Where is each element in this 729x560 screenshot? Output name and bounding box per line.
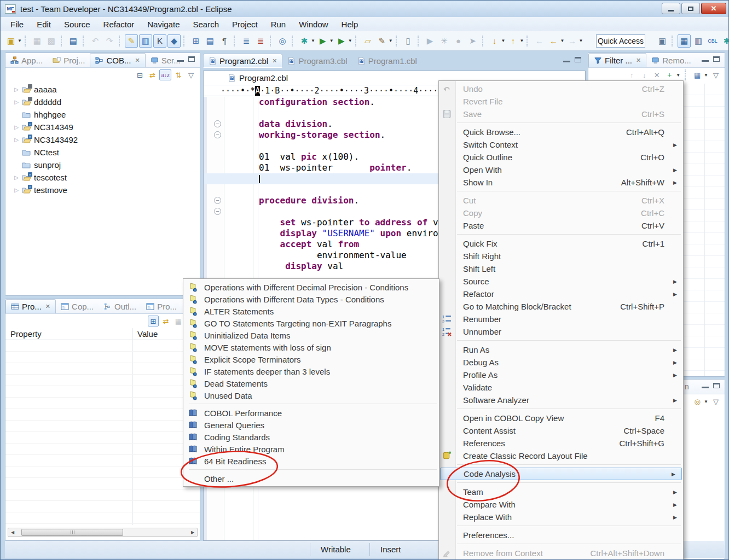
submenu-item-within-entire-program[interactable]: Within Entire Program (183, 443, 439, 455)
scroll-right-icon[interactable]: ▶ (188, 528, 197, 536)
move-down-icon[interactable]: ↓ (639, 69, 650, 80)
back-icon[interactable]: ← (547, 34, 560, 48)
editor-tab-program1-cbl[interactable]: Program1.cbl (352, 54, 422, 68)
menu-item-run-as[interactable]: Run As▶ (439, 343, 683, 356)
save-all-icon[interactable]: ▩ (45, 34, 58, 48)
dropdown-arrow-icon[interactable]: ▼ (560, 38, 564, 43)
external-tools-icon[interactable]: ✱ (298, 34, 311, 48)
menu-item-refactor[interactable]: Refactor▶ (439, 288, 683, 300)
stop-icon[interactable]: ● (452, 34, 465, 48)
property-row[interactable] (5, 398, 200, 409)
close-button[interactable]: ✕ (701, 3, 726, 14)
explorer-tab-cob[interactable]: COB...✕ (90, 53, 145, 67)
dropdown-arrow-icon[interactable]: ▼ (520, 38, 524, 43)
nav-updown-icon[interactable]: ⇅ (173, 69, 184, 80)
menubar-item-project[interactable]: Project (225, 19, 264, 30)
mark-occurrences-icon[interactable]: K (153, 34, 166, 48)
menu-item-replace-with[interactable]: Replace With▶ (439, 511, 683, 523)
property-row[interactable] (5, 478, 200, 489)
expand-arrow-icon[interactable]: ▷ (13, 99, 20, 105)
sort-az-icon[interactable]: a↓z (159, 69, 171, 80)
menubar-item-source[interactable]: Source (57, 19, 97, 30)
scroll-left-icon[interactable]: ◀ (8, 528, 17, 536)
menu-item-preferences[interactable]: Preferences... (439, 529, 683, 541)
sort-properties-icon[interactable]: ⇄ (160, 316, 171, 326)
submenu-item-general-queries[interactable]: General Queries (183, 419, 439, 431)
run-last-icon[interactable]: ▶ (424, 34, 437, 48)
property-row[interactable] (5, 432, 200, 444)
submenu-item-unused-data[interactable]: Unused Data (183, 389, 439, 401)
copybook-expand-icon[interactable]: ⊞ (189, 34, 202, 48)
quick-access-box[interactable]: Quick Access (596, 34, 645, 48)
cobol-perspective-icon[interactable]: CBL (706, 34, 719, 48)
tree-item-sunproj[interactable]: sunproj (5, 159, 200, 171)
explorer-tab-app[interactable]: App... (5, 53, 48, 67)
property-column-header[interactable]: Property (10, 329, 42, 339)
undo-icon[interactable]: ↶ (89, 34, 102, 48)
show-columns-icon[interactable]: ▥ (139, 34, 152, 48)
maximize-view-icon[interactable] (713, 383, 720, 388)
push-down-icon[interactable]: ↓ (488, 34, 501, 48)
tree-item-testmove[interactable]: ▷ntestmove (5, 184, 200, 196)
menubar-item-refactor[interactable]: Refactor (97, 19, 141, 30)
pointer-icon[interactable]: ➤ (466, 34, 479, 48)
editor-tab-program2-cbl[interactable]: Program2.cbl✕ (203, 54, 282, 68)
dropdown-arrow-icon[interactable]: ▼ (311, 38, 315, 43)
view-menu-icon[interactable]: ▽ (186, 69, 196, 80)
step-tools-icon[interactable]: ✳ (438, 34, 451, 48)
menu-item-quick-outline[interactable]: Quick OutlineCtrl+O (439, 151, 683, 164)
dropdown-arrow-icon[interactable]: ▼ (704, 73, 708, 78)
menubar-item-help[interactable]: Help (335, 19, 365, 30)
tree-item-nc314349[interactable]: ▷nNC314349 (5, 121, 200, 133)
close-tab-icon[interactable]: ✕ (135, 57, 140, 64)
close-tab-icon[interactable]: ✕ (636, 57, 641, 64)
submenu-item-operations-with-different-decimal-precision-conditions[interactable]: Operations with Different Decimal Precis… (183, 281, 439, 293)
run-coverage-icon[interactable]: ▶ (335, 34, 348, 48)
expand-arrow-icon[interactable]: ▷ (13, 187, 20, 193)
maximize-view-icon[interactable] (713, 56, 720, 62)
close-tab-icon[interactable]: ✕ (45, 303, 50, 310)
copybook-view-icon[interactable]: ▤ (204, 34, 217, 48)
tree-item-dddddd[interactable]: ▷dddddd (5, 96, 200, 108)
properties-tab-outl[interactable]: Outl... (99, 299, 141, 313)
property-row[interactable] (5, 409, 200, 421)
marker-icon[interactable]: ✎ (125, 34, 138, 48)
tree-item-nc3143492[interactable]: ▷nNC3143492 (5, 133, 200, 146)
view-menu-icon[interactable]: ▽ (710, 69, 721, 80)
tree-item-hhghgee[interactable]: hhghgee (5, 108, 200, 121)
menu-item-compare-with[interactable]: Compare With▶ (439, 498, 683, 511)
redo-icon[interactable]: ↷ (103, 34, 116, 48)
open-console-icon[interactable]: ▤ (67, 34, 80, 48)
horizontal-scrollbar[interactable]: ◀ ▶ (8, 528, 198, 537)
profile-card-icon[interactable]: ▯ (402, 34, 415, 48)
unnumber-icon[interactable]: ≣ (254, 34, 267, 48)
submenu-item-other[interactable]: Other ... (183, 472, 439, 485)
submenu-item-uninitialized-data-items[interactable]: Uninitialized Data Items (183, 329, 439, 341)
maximize-editor-icon[interactable] (575, 57, 581, 62)
renumber-icon[interactable]: ≣ (240, 34, 253, 48)
menu-item-open-in-cobol-copy-view[interactable]: Open in COBOL Copy ViewF4 (439, 412, 683, 424)
dropdown-arrow-icon[interactable]: ▼ (704, 399, 708, 404)
menu-item-profile-as[interactable]: Profile As▶ (439, 369, 683, 381)
back-disabled-icon[interactable]: ← (533, 34, 546, 48)
submenu-item-go-to-statements-targeting-non-exit-paragraphs[interactable]: GO TO Statements Targeting non-EXIT Para… (183, 317, 439, 329)
property-row[interactable] (5, 352, 200, 363)
show-whitespace-icon[interactable]: ¶ (218, 34, 231, 48)
submenu-item-cobol-performance[interactable]: COBOL Performance (183, 407, 439, 419)
submenu-item-64-bit-readiness[interactable]: 64 Bit Readiness (183, 455, 439, 467)
cobol-popup-icon[interactable]: ◆ (167, 34, 181, 48)
run-icon[interactable]: ▶ (316, 34, 329, 48)
minimize-editor-icon[interactable] (563, 61, 570, 62)
property-row[interactable] (5, 455, 200, 466)
submenu-item-dead-statements[interactable]: Dead Statements (183, 377, 439, 389)
menubar-item-navigate[interactable]: Navigate (141, 19, 186, 30)
minimize-view-icon[interactable] (702, 387, 709, 388)
filter-tab-remo[interactable]: Remo... (646, 53, 696, 67)
menu-item-debug-as[interactable]: Debug As▶ (439, 356, 683, 369)
menu-item-show-in[interactable]: Show InAlt+Shift+W▶ (439, 176, 683, 189)
tree-mode-icon[interactable]: ⊞ (148, 316, 159, 326)
menu-item-paste[interactable]: PasteCtrl+V (439, 219, 683, 232)
push-up-icon[interactable]: ↑ (507, 34, 520, 48)
search-preview-icon[interactable]: ◎ (276, 34, 289, 48)
menubar-item-file[interactable]: File (4, 19, 30, 30)
